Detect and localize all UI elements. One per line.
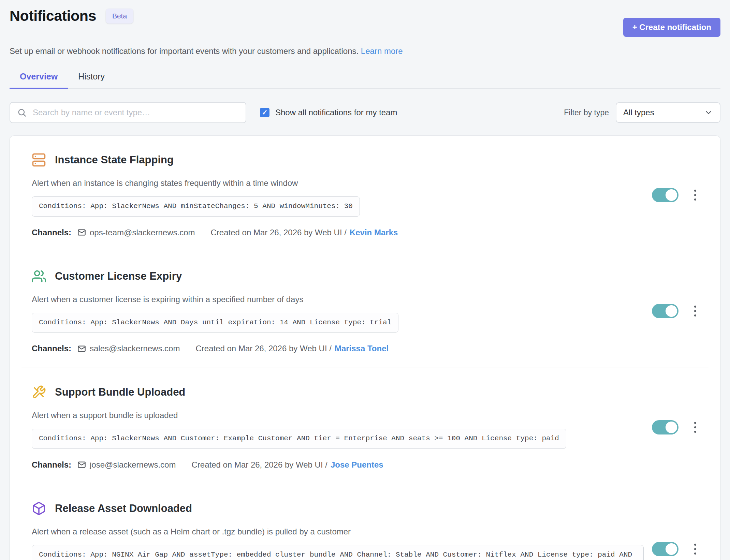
channel-email: ops-team@slackernews.com [90,228,195,237]
notification-row-release-asset-downloaded: Release Asset Downloaded Alert when a re… [21,484,709,560]
filter-by-type-label: Filter by type [564,108,609,117]
subtitle-text: Set up email or webhook notifications fo… [10,46,359,56]
notification-conditions: Conditions: App: SlackerNews AND minStat… [32,196,360,217]
email-icon [77,344,86,353]
search-icon [17,108,27,117]
notification-title: Instance State Flapping [55,154,174,166]
chevron-down-icon [704,108,713,117]
notification-description: Alert when an instance is changing state… [32,178,644,188]
channels-label: Channels: [32,460,71,470]
tab-history[interactable]: History [68,66,115,89]
notification-title: Release Asset Downloaded [55,502,192,515]
channel-email: sales@slackernews.com [90,344,180,353]
created-text: Created on Mar 26, 2026 by Web UI / [210,228,346,237]
learn-more-link[interactable]: Learn more [361,46,403,56]
notification-description: Alert when a customer license is expirin… [32,295,644,304]
created-by-link[interactable]: Marissa Tonel [335,344,389,353]
search-box[interactable] [10,102,246,123]
created-text: Created on Mar 26, 2026 by Web UI / [195,344,331,353]
tab-overview[interactable]: Overview [10,66,68,89]
notification-description: Alert when a release asset (such as a He… [32,527,644,536]
create-notification-button[interactable]: + Create notification [623,18,720,37]
users-icon [32,269,46,283]
channels-label: Channels: [32,228,71,237]
kebab-menu-icon[interactable] [692,304,698,319]
notification-row-customer-license-expiry: Customer License Expiry Alert when a cus… [21,252,709,368]
team-checkbox[interactable]: ✓ [260,108,269,117]
type-filter-value: All types [623,108,654,117]
notifications-page: Notifications Beta + Create notification… [0,0,730,560]
notification-row-support-bundle-uploaded: Support Bundle Uploaded Alert when a sup… [21,368,709,484]
enable-toggle[interactable] [652,420,678,434]
notification-row-instance-state-flapping: Instance State Flapping Alert when an in… [21,136,709,252]
enable-toggle[interactable] [652,304,678,318]
search-input[interactable] [32,107,239,118]
notification-title: Support Bundle Uploaded [55,386,185,398]
channels-label: Channels: [32,344,71,353]
beta-badge: Beta [106,9,133,24]
page-title: Notifications [10,8,96,24]
toggle-knob [666,189,677,201]
page-header: Notifications Beta + Create notification [10,8,720,37]
notification-title: Customer License Expiry [55,270,182,282]
toggle-knob [666,422,677,433]
package-icon [32,501,46,516]
created-by-link[interactable]: Kevin Marks [350,228,398,237]
kebab-menu-icon[interactable] [692,188,698,203]
team-checkbox-label: Show all notifications for my team [275,108,397,117]
notification-list: Instance State Flapping Alert when an in… [10,135,720,560]
email-icon [77,228,86,237]
filter-row: ✓ Show all notifications for my team Fil… [10,102,720,123]
team-checkbox-wrap[interactable]: ✓ Show all notifications for my team [260,108,397,117]
page-subtitle: Set up email or webhook notifications fo… [10,46,720,56]
enable-toggle[interactable] [652,542,678,556]
kebab-menu-icon[interactable] [692,420,698,435]
notification-conditions: Conditions: App: SlackerNews AND Custome… [32,429,566,449]
email-icon [77,460,86,469]
kebab-menu-icon[interactable] [692,542,698,557]
enable-toggle[interactable] [652,188,678,202]
channel-email: jose@slackernews.com [90,460,176,470]
tab-bar: Overview History [10,66,720,89]
server-icon [32,153,46,167]
created-text: Created on Mar 26, 2026 by Web UI / [191,460,327,470]
notification-description: Alert when a support bundle is uploaded [32,411,644,420]
toggle-knob [666,305,677,317]
notification-conditions: Conditions: App: NGINX Air Gap AND asset… [32,545,644,560]
type-filter-select[interactable]: All types [616,102,720,123]
tools-icon [32,385,46,399]
created-by-link[interactable]: Jose Puentes [331,460,383,470]
notification-conditions: Conditions: App: SlackerNews AND Days un… [32,313,398,333]
toggle-knob [666,543,677,555]
